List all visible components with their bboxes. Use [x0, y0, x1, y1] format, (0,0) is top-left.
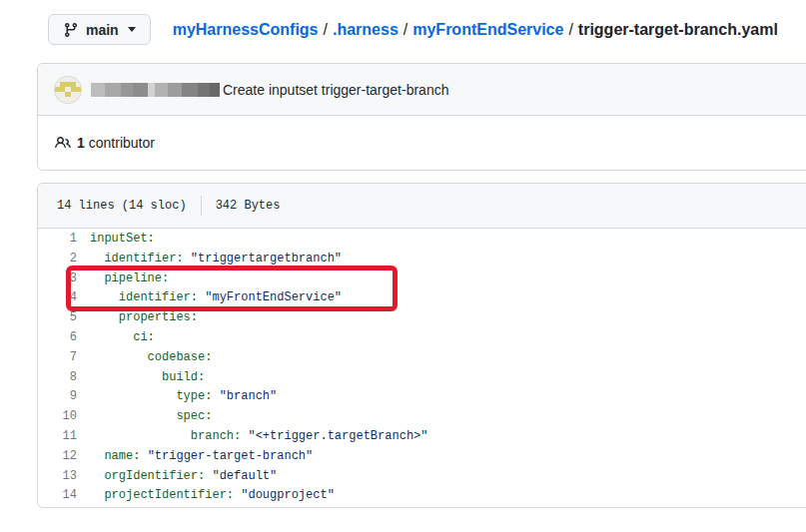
code-line-text: codebase:	[77, 348, 212, 368]
code-line-text: name: "trigger-target-branch"	[77, 447, 313, 467]
git-branch-icon	[63, 22, 79, 38]
code-line-text: ci:	[77, 328, 155, 348]
code-line: 6 ci:	[38, 328, 806, 348]
code-line: 11 branch: "<+trigger.targetBranch>"	[38, 427, 806, 447]
file-size-info: 342 Bytes	[216, 199, 281, 213]
branch-selector-button[interactable]: main	[48, 14, 151, 45]
code-line: 9 type: "branch"	[38, 387, 806, 407]
line-number[interactable]: 7	[38, 348, 77, 368]
line-number[interactable]: 5	[38, 308, 77, 328]
line-number[interactable]: 9	[38, 387, 77, 407]
line-number[interactable]: 12	[38, 447, 77, 467]
contributor-label: contributor	[89, 135, 155, 151]
line-number[interactable]: 10	[38, 407, 77, 427]
code-line-text: identifier: "myFrontEndService"	[77, 288, 342, 308]
breadcrumb-current-file: trigger-target-branch.yaml	[578, 21, 778, 39]
code-line-text: projectIdentifier: "dougproject"	[77, 486, 335, 506]
file-path-bar: main myHarnessConfigs / .harness / myFro…	[48, 14, 778, 45]
code-line: 3 pipeline:	[38, 269, 806, 289]
breadcrumb-separator: /	[319, 21, 333, 39]
line-number[interactable]: 3	[38, 269, 77, 289]
latest-commit-card: Create inputset trigger-target-branch 1 …	[37, 63, 806, 171]
file-content-card: 14 lines (14 sloc) 342 Bytes 1inputSet:2…	[37, 183, 806, 508]
code-line-text: type: "branch"	[77, 387, 277, 407]
breadcrumb: myHarnessConfigs / .harness / myFrontEnd…	[173, 21, 778, 39]
line-number[interactable]: 14	[38, 486, 77, 506]
line-number[interactable]: 1	[38, 230, 77, 250]
contributors-row[interactable]: 1 contributor	[38, 116, 806, 170]
people-icon	[55, 135, 77, 151]
code-line: 4 identifier: "myFrontEndService"	[38, 288, 806, 308]
line-number[interactable]: 8	[38, 368, 77, 388]
code-line-text: pipeline:	[77, 269, 169, 289]
chevron-down-icon	[128, 27, 136, 32]
code-line: 14 projectIdentifier: "dougproject"	[38, 486, 806, 506]
commit-author-avatar[interactable]	[54, 76, 82, 104]
code-line: 2 identifier: "triggertargetbranch"	[38, 250, 806, 269]
breadcrumb-separator: /	[399, 21, 412, 39]
line-number[interactable]: 6	[38, 328, 77, 348]
code-line: 10 spec:	[38, 407, 806, 427]
line-number[interactable]: 2	[38, 250, 77, 269]
line-number[interactable]: 13	[38, 467, 77, 487]
breadcrumb-link-repo[interactable]: myHarnessConfigs	[173, 21, 319, 39]
file-lines-info: 14 lines (14 sloc)	[57, 199, 187, 213]
file-meta-bar: 14 lines (14 sloc) 342 Bytes	[38, 184, 806, 229]
code-line-text: identifier: "triggertargetbranch"	[77, 250, 342, 269]
breadcrumb-separator: /	[563, 21, 577, 39]
code-block: 1inputSet:2 identifier: "triggertargetbr…	[38, 229, 806, 506]
code-line-text: spec:	[77, 407, 212, 427]
meta-divider	[201, 196, 202, 216]
code-line: 1inputSet:	[38, 230, 806, 250]
latest-commit-header: Create inputset trigger-target-branch	[38, 64, 806, 116]
line-number[interactable]: 11	[38, 427, 77, 447]
code-line-text: properties:	[77, 308, 198, 328]
code-line: 5 properties:	[38, 308, 806, 328]
commit-message-link[interactable]: Create inputset trigger-target-branch	[223, 82, 448, 98]
commit-author-name-redacted	[91, 83, 220, 97]
code-line-text: branch: "<+trigger.targetBranch>"	[77, 427, 427, 447]
code-line: 12 name: "trigger-target-branch"	[38, 447, 806, 467]
breadcrumb-link-harness-folder[interactable]: .harness	[333, 21, 399, 39]
line-number[interactable]: 4	[38, 288, 77, 308]
code-line-text: inputSet:	[77, 230, 155, 250]
branch-name-label: main	[86, 22, 119, 38]
code-line: 13 orgIdentifier: "default"	[38, 467, 806, 487]
breadcrumb-link-service-folder[interactable]: myFrontEndService	[412, 21, 563, 39]
code-line: 8 build:	[38, 368, 806, 388]
code-line: 7 codebase:	[38, 348, 806, 368]
code-line-text: orgIdentifier: "default"	[77, 467, 277, 487]
contributor-count: 1	[77, 135, 85, 151]
code-line-text: build:	[77, 368, 205, 388]
